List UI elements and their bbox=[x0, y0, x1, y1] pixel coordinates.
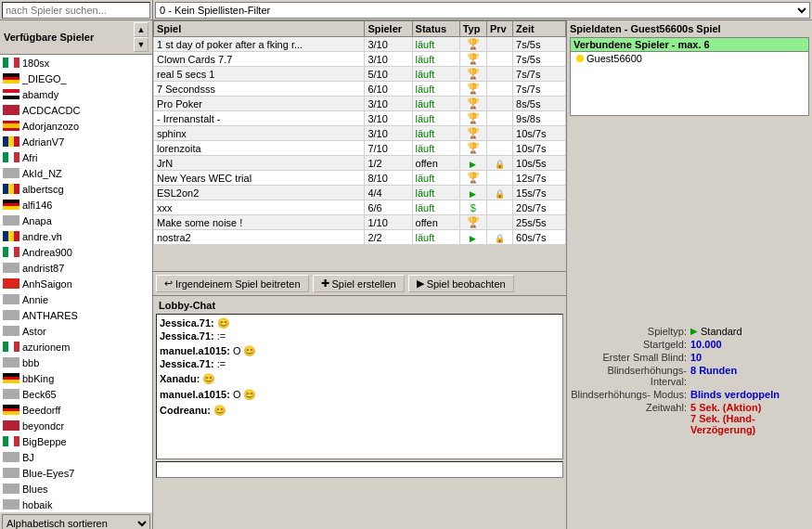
player-item[interactable]: alfi146 bbox=[0, 197, 152, 213]
player-item[interactable]: Blue-Eyes7 bbox=[0, 465, 152, 481]
player-name: hobaik bbox=[22, 499, 52, 510]
table-row[interactable]: JrN 1/2 offen ▶ 🔒 10s/5s bbox=[154, 156, 566, 171]
player-flag bbox=[3, 89, 19, 99]
chat-input[interactable] bbox=[156, 461, 563, 478]
game-players: 1/2 bbox=[365, 156, 412, 171]
player-item[interactable]: Anapa bbox=[0, 213, 152, 228]
player-item[interactable]: AnhSaigon bbox=[0, 276, 152, 291]
sort-select[interactable]: Alphabetisch sortieren bbox=[2, 514, 150, 529]
player-name: AdrianV7 bbox=[22, 136, 64, 148]
top-bar: 0 - Kein Spiellisten-Filter bbox=[0, 0, 812, 20]
game-name: Clown Cards 7.7 bbox=[154, 52, 365, 67]
col-spiel[interactable]: Spiel bbox=[154, 21, 365, 37]
player-item[interactable]: beyondcr bbox=[0, 418, 152, 433]
player-name: alfi146 bbox=[22, 200, 52, 211]
player-item[interactable]: ACDCACDC bbox=[0, 102, 152, 118]
game-status: läuft bbox=[412, 97, 459, 111]
chat-message: Xanadu: 😊 bbox=[160, 373, 560, 385]
game-prv: 🔒 bbox=[486, 230, 512, 245]
game-typ: ▶ bbox=[459, 156, 486, 171]
player-item[interactable]: ANTHARES bbox=[0, 307, 152, 323]
search-input[interactable] bbox=[2, 2, 150, 19]
observe-icon: ▶ bbox=[417, 277, 424, 290]
game-status: läuft bbox=[412, 126, 459, 141]
filter-select[interactable]: 0 - Kein Spiellisten-Filter bbox=[155, 2, 810, 19]
col-prv[interactable]: Prv bbox=[486, 21, 512, 37]
game-info: Spieltyp: ▶ Standard Startgeld: 10.000 E… bbox=[570, 326, 809, 530]
table-row[interactable]: lorenzoita 7/10 läuft 🏆 10s/7s bbox=[154, 141, 566, 156]
player-item[interactable]: andre.vh bbox=[0, 228, 152, 244]
col-typ[interactable]: Typ bbox=[459, 21, 486, 37]
game-zeit: 7s/5s bbox=[513, 37, 566, 52]
player-item[interactable]: Afri bbox=[0, 149, 152, 165]
player-name: AnhSaigon bbox=[22, 278, 72, 290]
player-item[interactable]: BigBeppe bbox=[0, 433, 152, 449]
table-row[interactable]: Pro Poker 3/10 läuft 🏆 8s/5s bbox=[154, 97, 566, 111]
table-row[interactable]: - Irrenanstalt - 3/10 läuft 🏆 9s/8s bbox=[154, 111, 566, 126]
player-item[interactable]: abamdy bbox=[0, 86, 152, 102]
table-row[interactable]: ESL2on2 4/4 läuft ▶ 🔒 15s/7s bbox=[154, 186, 566, 200]
table-row[interactable]: nostra2 2/2 läuft ▶ 🔒 60s/7s bbox=[154, 230, 566, 245]
player-flag bbox=[3, 436, 19, 446]
player-name: beyondcr bbox=[22, 420, 64, 432]
player-item[interactable]: BJ bbox=[0, 449, 152, 465]
table-row[interactable]: 1 st day of poker after a fking r... 3/1… bbox=[154, 37, 566, 52]
player-item[interactable]: AdrianV7 bbox=[0, 134, 152, 149]
table-row[interactable]: 7 Secondsss 6/10 läuft 🏆 7s/7s bbox=[154, 82, 566, 97]
player-item[interactable]: Annie bbox=[0, 291, 152, 307]
create-game-button[interactable]: ✚ Spiel erstellen bbox=[313, 275, 405, 292]
game-prv bbox=[486, 67, 512, 82]
chat-message: Jessica.71: 😊 bbox=[160, 317, 560, 329]
player-item[interactable]: Beck65 bbox=[0, 386, 152, 402]
players-header: Verfügbare Spieler ▲ ▼ bbox=[0, 20, 152, 55]
player-name: andre.vh bbox=[22, 231, 62, 242]
game-prv bbox=[486, 52, 512, 67]
observe-game-button[interactable]: ▶ Spiel beobachten bbox=[408, 275, 514, 292]
player-item[interactable]: 180sx bbox=[0, 55, 152, 71]
player-name: bbKing bbox=[22, 373, 54, 384]
game-typ: 🏆 bbox=[459, 52, 486, 67]
available-players-label: Verfügbare Spieler bbox=[4, 32, 94, 43]
player-name: abamdy bbox=[22, 89, 58, 100]
player-name: Beedorff bbox=[22, 405, 60, 416]
col-zeit[interactable]: Zeit bbox=[513, 21, 566, 37]
player-flag bbox=[3, 58, 19, 68]
player-item[interactable]: andrist87 bbox=[0, 260, 152, 276]
player-item[interactable]: Blues bbox=[0, 481, 152, 497]
player-item[interactable]: _DIEGO_ bbox=[0, 71, 152, 86]
player-item[interactable]: Astor bbox=[0, 323, 152, 339]
game-status: läuft bbox=[412, 111, 459, 126]
create-label: Spiel erstellen bbox=[332, 278, 396, 290]
table-row[interactable]: real 5 secs 1 5/10 läuft 🏆 7s/7s bbox=[154, 67, 566, 82]
chat-message: Codreanu: 😊 bbox=[160, 405, 560, 417]
game-status: läuft bbox=[412, 230, 459, 245]
player-item[interactable]: AkId_NZ bbox=[0, 165, 152, 181]
player-item[interactable]: bbb bbox=[0, 355, 152, 370]
table-row[interactable]: Make some noise ! 1/10 offen 🏆 25s/5s bbox=[154, 215, 566, 230]
games-table-scroll[interactable]: Spiel Spieler Status Typ Prv Zeit 1 st d… bbox=[153, 20, 566, 271]
player-flag bbox=[3, 294, 19, 304]
scroll-down-btn[interactable]: ▼ bbox=[134, 37, 148, 52]
player-item[interactable]: hobaik bbox=[0, 497, 152, 512]
player-item[interactable]: bbKing bbox=[0, 370, 152, 386]
player-item[interactable]: Andrea900 bbox=[0, 244, 152, 260]
player-item[interactable]: albertscg bbox=[0, 181, 152, 197]
player-name: Anapa bbox=[22, 215, 52, 226]
player-flag bbox=[3, 200, 19, 210]
player-flag bbox=[3, 263, 19, 273]
table-row[interactable]: Clown Cards 7.7 3/10 läuft 🏆 7s/5s bbox=[154, 52, 566, 67]
col-spieler[interactable]: Spieler bbox=[365, 21, 412, 37]
info-row-typ: Spieltyp: ▶ Standard bbox=[570, 326, 809, 337]
game-name: 7 Secondsss bbox=[154, 82, 365, 97]
game-name: sphinx bbox=[154, 126, 365, 141]
table-row[interactable]: sphinx 3/10 läuft 🏆 10s/7s bbox=[154, 126, 566, 141]
player-item[interactable]: Beedorff bbox=[0, 402, 152, 418]
scroll-up-btn[interactable]: ▲ bbox=[134, 22, 148, 37]
player-item[interactable]: azurionem bbox=[0, 339, 152, 355]
col-status[interactable]: Status bbox=[412, 21, 459, 37]
join-game-button[interactable]: ↩ Irgendeinem Spiel beitreten bbox=[156, 275, 309, 292]
table-row[interactable]: New Years WEC trial 8/10 läuft 🏆 12s/7s bbox=[154, 171, 566, 186]
game-zeit: 20s/7s bbox=[513, 200, 566, 215]
player-item[interactable]: Adorjanzozo bbox=[0, 118, 152, 134]
table-row[interactable]: xxx 6/6 läuft $ 20s/7s bbox=[154, 200, 566, 215]
